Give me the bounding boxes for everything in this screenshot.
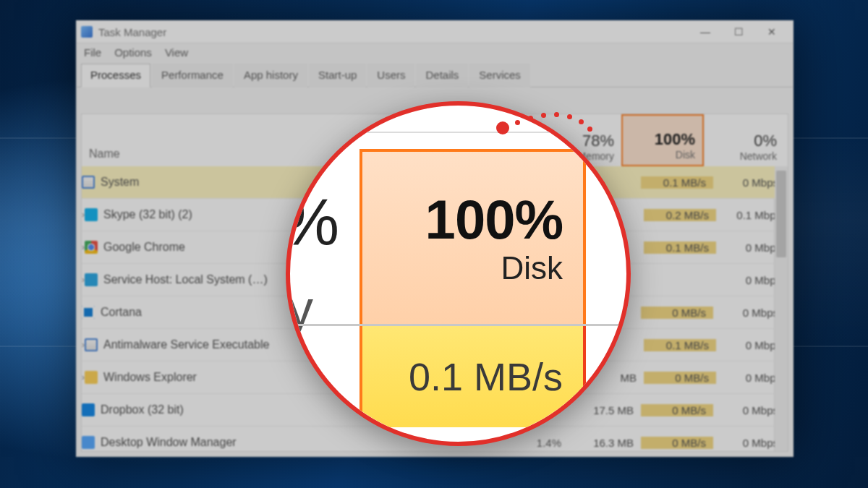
lens-disk-value: 0.1 MB/s (359, 326, 586, 427)
menu-view[interactable]: View (165, 46, 188, 59)
process-icon (82, 436, 95, 449)
process-name: Windows Explorer (103, 371, 197, 384)
memory-percent: 78% (582, 132, 614, 150)
process-icon (85, 241, 98, 254)
process-icon (82, 176, 95, 189)
process-icon (82, 306, 95, 319)
tab-details[interactable]: Details (416, 64, 468, 87)
lens-disk-header-box: 100% Disk (359, 149, 586, 327)
process-name: Desktop Window Manager (101, 436, 237, 449)
close-button[interactable]: ✕ (755, 21, 788, 43)
process-icon (82, 403, 95, 416)
process-icon (85, 273, 98, 286)
process-name: Service Host: Local System (…) (103, 273, 268, 286)
scrollbar-thumb[interactable] (776, 171, 786, 257)
disk-cell: 0 MB/s (644, 372, 716, 384)
menu-options[interactable]: Options (114, 46, 152, 59)
tab-startup[interactable]: Start-up (309, 64, 366, 87)
process-icon (85, 371, 98, 384)
network-cell: 0 Mbps (713, 307, 775, 319)
process-icon (85, 338, 98, 351)
column-header-network[interactable]: 0% Network (704, 114, 784, 166)
column-header-disk[interactable]: 100% Disk (621, 114, 704, 166)
network-label: Network (740, 150, 777, 162)
network-cell: 0 Mbps (713, 437, 775, 449)
disk-cell: 0 MB/s (641, 307, 713, 319)
title-bar[interactable]: Task Manager — ☐ ✕ (77, 21, 793, 43)
network-cell: 0 Mbps (713, 176, 775, 189)
disk-cell: 0.1 MB/s (644, 241, 716, 254)
disk-cell: 0 MB/s (641, 437, 713, 449)
tab-users[interactable]: Users (367, 64, 414, 87)
maximize-button[interactable]: ☐ (722, 21, 755, 43)
window-title: Task Manager (98, 26, 166, 38)
process-name: Dropbox (32 bit) (101, 403, 184, 416)
menu-file[interactable]: File (84, 46, 101, 59)
network-cell: 0 Mbps (713, 404, 775, 416)
magnifier-lens: % y 100% Disk 0.1 MB/s (286, 101, 631, 446)
tab-strip: Processes Performance App history Start-… (77, 63, 793, 87)
process-icon (85, 208, 98, 221)
tab-services[interactable]: Services (469, 64, 530, 87)
lens-disk-percent: 100% (425, 192, 563, 247)
network-cell: 0 Mbps (716, 372, 775, 384)
vertical-scrollbar[interactable] (774, 166, 788, 451)
process-name: Antimalware Service Executable (103, 338, 269, 351)
disk-cell: 0.1 MB/s (644, 339, 716, 351)
minimize-button[interactable]: — (689, 21, 722, 43)
memory-cell: 17.5 MB (569, 404, 641, 416)
tab-app-history[interactable]: App history (234, 64, 307, 87)
tab-processes[interactable]: Processes (81, 64, 150, 87)
process-name: System (101, 176, 139, 189)
process-name: Cortana (101, 306, 142, 319)
network-cell: 0 Mbps (716, 274, 775, 286)
disk-percent: 100% (655, 130, 695, 149)
process-name: Skype (32 bit) (2) (103, 208, 192, 221)
tab-performance[interactable]: Performance (152, 64, 233, 87)
lens-disk-label: Disk (501, 250, 563, 286)
callout-origin-dot (496, 121, 509, 134)
memory-cell: 16.3 MB (569, 437, 641, 449)
network-percent: 0% (754, 132, 777, 150)
disk-cell: 0.1 MB/s (641, 176, 713, 189)
disk-label: Disk (676, 149, 695, 160)
network-cell: 0 Mbps (716, 241, 775, 254)
task-manager-icon (81, 26, 93, 38)
process-name: Google Chrome (103, 241, 185, 254)
disk-cell: 0.2 MB/s (644, 209, 716, 221)
disk-cell: 0 MB/s (641, 404, 713, 416)
menu-bar: File Options View (77, 43, 793, 63)
network-cell: 0.1 Mbps (716, 209, 775, 221)
network-cell: 0 Mbps (716, 339, 775, 351)
